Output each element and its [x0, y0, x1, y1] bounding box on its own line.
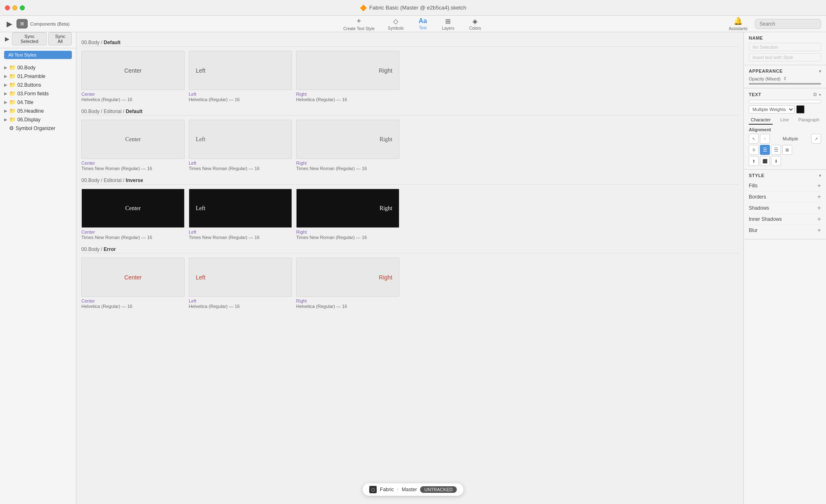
- style-preview-center-dark[interactable]: Center: [81, 189, 185, 228]
- style-name: Center: [81, 298, 185, 303]
- text-label: Text: [419, 26, 427, 30]
- tab-paragraph[interactable]: Paragraph: [797, 116, 821, 125]
- create-text-style-plus[interactable]: + Create Text Style: [342, 17, 376, 31]
- align-middle-icon[interactable]: ⬛: [760, 156, 770, 166]
- style-row-fills[interactable]: Fills +: [749, 180, 821, 192]
- tab-colors[interactable]: ◈ Colors: [466, 17, 484, 31]
- style-name: Right: [296, 230, 399, 234]
- search-input[interactable]: [755, 19, 821, 29]
- close-button[interactable]: [5, 5, 10, 10]
- style-meta: Times New Roman (Regular) — 16: [296, 235, 399, 240]
- align-right-icon[interactable]: ☰: [771, 145, 781, 155]
- chevron-icon: ▶: [4, 100, 7, 104]
- style-preview-error-right[interactable]: Right: [296, 258, 399, 297]
- style-preview-right[interactable]: Right: [296, 51, 399, 90]
- style-row-shadows[interactable]: Shadows +: [749, 203, 821, 214]
- style-preview-right-dark[interactable]: Right: [296, 189, 399, 228]
- style-card: Center Center Helvetica (Regular) — 16: [81, 258, 185, 309]
- align-bottom-icon[interactable]: ⬇: [771, 156, 781, 166]
- tab-text[interactable]: Aa Text: [415, 17, 430, 31]
- sidebar-sync-row: ▶ Sync Selected Sync All: [0, 32, 76, 48]
- style-preview-center[interactable]: Center: [81, 51, 185, 90]
- sidebar-item-label: 03.Form fields: [17, 91, 72, 97]
- status-untracked-badge[interactable]: UNTRACKED: [420, 486, 456, 493]
- tab-character[interactable]: Character: [749, 116, 773, 125]
- style-name: Left: [189, 298, 292, 303]
- gear-icon[interactable]: ⚙: [813, 92, 817, 97]
- align-justify-icon[interactable]: ≣: [782, 145, 792, 155]
- toolbar-left: ▶ ⊞ Components (Beta): [5, 19, 69, 29]
- align-right-bottom-icon[interactable]: ↗: [811, 134, 821, 144]
- colors-icon: ◈: [472, 17, 477, 25]
- back-button[interactable]: ▶: [5, 19, 14, 29]
- style-row-blur[interactable]: Blur +: [749, 225, 821, 236]
- sync-all-button[interactable]: Sync All: [48, 32, 72, 45]
- style-grid-editorial-inverse: Center Center Times New Roman (Regular) …: [81, 189, 738, 240]
- sidebar-item-symbol-organizer[interactable]: ▶ ⚙ Symbol Organizer: [0, 124, 76, 133]
- style-name: Center: [81, 230, 185, 234]
- sidebar-item-01preamble[interactable]: ▶ 📁 01.Preamble: [0, 72, 76, 80]
- font-family-field[interactable]: [749, 100, 821, 103]
- style-row-inner-shadows[interactable]: Inner Shadows +: [749, 214, 821, 225]
- sidebar-item-02buttons[interactable]: ▶ 📁 02.Buttons: [0, 80, 76, 89]
- style-row-borders[interactable]: Borders +: [749, 192, 821, 203]
- components-button[interactable]: ⊞: [17, 19, 28, 28]
- style-card: Right Right Helvetica (Regular) — 16: [296, 258, 399, 309]
- tab-symbols[interactable]: ◇ Symbols: [385, 17, 407, 31]
- style-meta: Times New Roman (Regular) — 16: [81, 235, 185, 240]
- sidebar-item-05headline[interactable]: ▶ 📁 05.Headline: [0, 106, 76, 115]
- align-center-icon[interactable]: ☰: [760, 145, 770, 155]
- traffic-lights[interactable]: [5, 5, 25, 10]
- style-preview-center[interactable]: Center: [81, 120, 185, 159]
- sync-selected-button[interactable]: Sync Selected: [12, 32, 47, 45]
- sidebar-item-04title[interactable]: ▶ 📁 04.Title: [0, 98, 76, 106]
- breadcrumb-body-error: 00.Body / Error: [81, 246, 116, 252]
- shadows-add-icon[interactable]: +: [817, 205, 821, 211]
- inner-shadows-label: Inner Shadows: [749, 216, 782, 222]
- style-preview-error-left[interactable]: Left: [189, 258, 292, 297]
- borders-label: Borders: [749, 194, 766, 200]
- align-center-top-icon[interactable]: ↑: [760, 134, 770, 144]
- all-text-styles-button[interactable]: All Text Styles: [4, 51, 72, 59]
- borders-add-icon[interactable]: +: [817, 194, 821, 200]
- panel-section-appearance: APPEARANCE ▾ Opacity (Mixed) ⇕: [744, 65, 826, 88]
- inner-shadows-add-icon[interactable]: +: [817, 216, 821, 222]
- style-preview-left-dark[interactable]: Left: [189, 189, 292, 228]
- text-chevron-icon: ▾: [819, 92, 821, 97]
- style-card: Center Center Times New Roman (Regular) …: [81, 120, 185, 171]
- opacity-stepper[interactable]: ⇕: [783, 76, 787, 81]
- no-selection-field: No Selection: [749, 43, 821, 51]
- folder-icon: 📁: [9, 108, 16, 114]
- style-preview-error-center[interactable]: Center: [81, 258, 185, 297]
- section-header-editorial-inverse: 00.Body / Editorial / Inverse: [81, 177, 738, 185]
- font-weight-select[interactable]: Multiple Weights: [749, 105, 795, 114]
- style-preview-left[interactable]: Left: [189, 51, 292, 90]
- sidebar-item-03formfields[interactable]: ▶ 📁 03.Form fields: [0, 89, 76, 98]
- panel-section-style-header: STYLE ▾: [749, 173, 821, 178]
- fullscreen-button[interactable]: [20, 5, 25, 10]
- play-button[interactable]: ▶: [4, 35, 10, 43]
- panel-section-name-header: NAME: [749, 35, 821, 40]
- sidebar-item-00body[interactable]: ▶ 📁 00.Body: [0, 63, 76, 72]
- blur-add-icon[interactable]: +: [817, 227, 821, 234]
- style-preview-right[interactable]: Right: [296, 120, 399, 159]
- align-left-icon[interactable]: ≡: [749, 145, 759, 155]
- sidebar-item-06display[interactable]: ▶ 📁 06.Display: [0, 115, 76, 124]
- align-top-icon[interactable]: ⬆: [749, 156, 759, 166]
- style-meta: Times New Roman (Regular) — 16: [189, 166, 292, 171]
- status-master-label: Master: [402, 487, 417, 492]
- style-preview-left[interactable]: Left: [189, 120, 292, 159]
- fills-add-icon[interactable]: +: [817, 182, 821, 189]
- minimize-button[interactable]: [12, 5, 17, 10]
- text-icon: Aa: [418, 17, 427, 25]
- assistants-button[interactable]: 🔔 Assistants: [725, 16, 751, 32]
- align-left-top-icon[interactable]: ↖: [749, 134, 759, 144]
- toolbar: ▶ ⊞ Components (Beta) + Create Text Styl…: [0, 16, 826, 32]
- status-separator: /: [397, 487, 398, 492]
- tab-layers[interactable]: ⊞ Layers: [439, 17, 458, 31]
- chevron-icon: ▶: [4, 65, 7, 70]
- breadcrumb-editorial-inverse: 00.Body / Editorial / Inverse: [81, 177, 143, 183]
- panel-section-name: NAME No Selection Insert text with Style: [744, 32, 826, 65]
- tab-line[interactable]: Line: [773, 116, 797, 125]
- text-color-swatch[interactable]: [796, 105, 805, 114]
